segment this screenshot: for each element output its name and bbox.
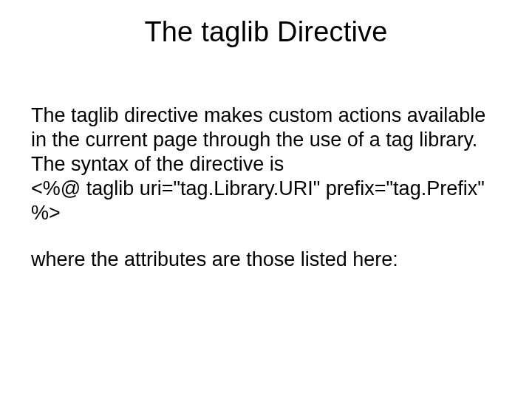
body-paragraph-1: The taglib directive makes custom action… <box>31 103 501 225</box>
code-example: <%@ taglib uri="tag.Library.URI" prefix=… <box>31 177 485 224</box>
slide-body: The taglib directive makes custom action… <box>31 103 501 294</box>
body-paragraph-2: where the attributes are those listed he… <box>31 248 501 272</box>
slide: The taglib Directive The taglib directiv… <box>0 0 532 399</box>
slide-title: The taglib Directive <box>0 16 532 48</box>
intro-text: The taglib directive makes custom action… <box>31 104 485 175</box>
